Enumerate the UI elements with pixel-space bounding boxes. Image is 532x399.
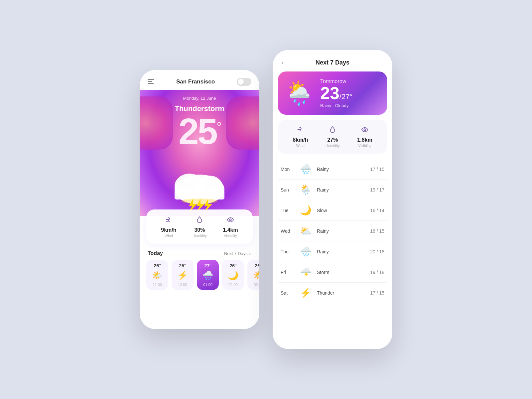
city-title: San Fransisco [176,78,215,85]
p2-humidity-stat: 27% Humidity [326,126,340,148]
stats-card: 9km/h Wind 30% Humidity 1.4km Visibility [146,209,253,244]
humidity-icon [193,216,207,225]
hourly-item-3[interactable]: 26° 🌙 02:00 [222,260,244,290]
day-row-thu[interactable]: Thu 🌧️ Rainy 20 / 18 [278,241,387,262]
p2-wind-stat: 8km/h Wind [293,126,308,148]
phone-2: ← Next 7 Days 🌦️ Tommorow 23/27° Rainy -… [273,50,392,349]
p2-visibility-stat: 1.8km Visibility [357,126,372,148]
stats-card-2: 8km/h Wind 27% Humidity 1.8km Visibility [278,120,387,154]
p2-wind-value: 8km/h [293,137,308,143]
cloud-illustration [166,163,233,213]
wind-value: 9km/h [161,227,176,233]
visibility-stat: 1.4km Visibility [223,216,238,238]
visibility-value: 1.4km [223,227,238,233]
tomorrow-card: 🌦️ Tommorow 23/27° Rainy - Cloudy [278,71,387,115]
p2-visibility-icon [357,126,372,135]
p2-visibility-label: Visibility [357,144,372,148]
hourly-item-1[interactable]: 25° ⚡ 12:00 [172,260,194,290]
hamburger-icon[interactable] [148,79,154,84]
svg-rect-3 [175,190,224,200]
phone-2-header: ← Next 7 Days [273,50,392,71]
wind-stat: 9km/h Wind [161,216,176,238]
day-row-sat[interactable]: Sat ⚡ Thunder 17 / 15 [278,283,387,303]
tomorrow-info: Tommorow 23/27° Rainy - Cloudy [320,78,352,108]
hourly-item-2-active[interactable]: 27° 🌧️ 01:00 [197,260,219,290]
svg-point-7 [181,199,218,204]
tomorrow-emoji: 🌦️ [285,79,314,107]
p2-humidity-label: Humidity [326,144,340,148]
svg-point-9 [229,219,231,221]
svg-point-10 [364,129,366,131]
theme-toggle[interactable] [237,78,251,86]
day-list: Mon 🌧️ Rainy 17 / 15 Sun 🌦️ Rainy 19 / 1… [273,159,392,303]
day-row-mon[interactable]: Mon 🌧️ Rainy 17 / 15 [278,159,387,180]
day-row-fri[interactable]: Fri 🌩️ Storm 19 / 18 [278,262,387,283]
hourly-item-0[interactable]: 26° 🌤️ 11:00 [146,260,168,290]
p2-visibility-value: 1.8km [357,137,372,143]
hourly-scroll[interactable]: 26° 🌤️ 11:00 25° ⚡ 12:00 27° 🌧️ 01:00 26… [140,260,259,297]
day-row-wed[interactable]: Wed ⛅ Rainy 18 / 15 [278,221,387,241]
p2-humidity-icon [326,126,340,135]
humidity-value: 30% [193,227,207,233]
wind-icon [161,216,176,225]
wind-label: Wind [161,234,176,238]
tomorrow-label: Tommorow [320,78,352,84]
day-row-tue[interactable]: Tue 🌙 Slow 16 / 14 [278,200,387,221]
phone-1: San Fransisco Monday, 12 June Thundersto… [140,70,259,329]
today-header: Today Next 7 Days > [140,244,259,260]
back-icon[interactable]: ← [281,59,287,66]
visibility-label: Visibility [223,234,238,238]
today-title: Today [148,250,163,256]
humidity-stat: 30% Humidity [193,216,207,238]
date-label: Monday, 12 June [140,96,259,101]
day-row-sun[interactable]: Sun 🌦️ Rainy 19 / 17 [278,180,387,200]
hero-section: Monday, 12 June Thunderstorm 25° [140,90,259,216]
temperature-display: 25° [140,113,259,150]
phone-2-title: Next 7 Days [316,59,349,66]
p2-humidity-value: 27% [326,137,340,143]
tomorrow-condition: Rainy - Cloudy [320,103,352,108]
hourly-item-4[interactable]: 26° 🌤️ 03:00 [247,260,259,290]
p2-wind-icon [293,126,308,135]
next7-link[interactable]: Next 7 Days > [224,251,251,256]
visibility-icon [223,216,238,225]
humidity-label: Humidity [193,234,207,238]
phone-1-header: San Fransisco [140,70,259,90]
p2-wind-label: Wind [293,144,308,148]
tomorrow-temp: 23/27° [320,84,352,102]
